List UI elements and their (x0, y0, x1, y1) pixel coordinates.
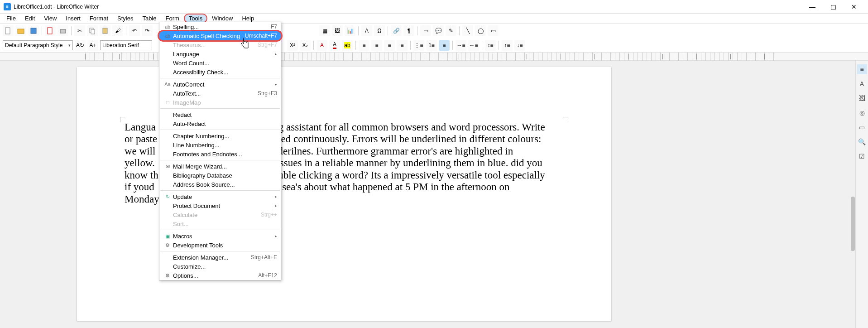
menu-item-redact[interactable]: Redact (159, 110, 281, 119)
save-button[interactable] (28, 25, 39, 36)
menu-item-protect[interactable]: Protect Document▸ (159, 201, 281, 210)
track-changes-button[interactable]: ✎ (446, 25, 456, 36)
menu-item-autocorrect[interactable]: AaAutoCorrect▸ (159, 80, 281, 89)
menu-item-auto-spell-check[interactable]: abAutomatic Spell CheckingUmschalt+F7 (159, 31, 281, 40)
menu-item-extension-manager[interactable]: Extension Manager...Strg+Alt+E (159, 253, 281, 262)
menu-item-autotext[interactable]: AutoText...Strg+F3 (159, 89, 281, 98)
line-button[interactable]: ╲ (462, 25, 473, 36)
sidebar-manage-button[interactable]: ☑ (857, 151, 867, 161)
font-color-button[interactable]: A (329, 40, 340, 51)
sidebar-navigator-button[interactable]: ◎ (857, 108, 867, 118)
comment-button[interactable]: 💬 (433, 25, 444, 36)
paragraph-style-value: Default Paragraph Style (5, 42, 62, 48)
copy-button[interactable] (87, 25, 98, 36)
increase-indent-button[interactable]: →≡ (456, 40, 466, 51)
close-button[interactable]: ✕ (844, 0, 864, 14)
superscript-button[interactable]: X² (287, 40, 298, 51)
horizontal-ruler[interactable] (0, 53, 868, 61)
sidebar-styles-button[interactable]: A (857, 79, 867, 89)
menu-item-auto-redact[interactable]: Auto-Redact (159, 119, 281, 128)
menu-item-footnotes[interactable]: Footnotes and Endnotes... (159, 150, 281, 159)
number-list-button[interactable]: 1≡ (426, 40, 437, 51)
clear-format-button[interactable]: A (317, 40, 327, 51)
menu-item-mail-merge[interactable]: ✉Mail Merge Wizard... (159, 162, 281, 171)
align-right-button[interactable]: ≡ (384, 40, 395, 51)
print-button[interactable] (58, 25, 68, 36)
menu-item-customize[interactable]: Customize... (159, 262, 281, 271)
menu-item-imagemap: □ImageMap (159, 98, 281, 107)
page-break-button[interactable]: A (361, 25, 372, 36)
sidebar-inspector-button[interactable]: 🔍 (857, 137, 867, 147)
image-button[interactable]: 🖼 (332, 25, 343, 36)
para-below-button[interactable]: ↓≡ (514, 40, 525, 51)
export-pdf-button[interactable] (45, 25, 56, 36)
align-left-button[interactable]: ≡ (359, 40, 369, 51)
dropdown-arrow-icon: ▾ (68, 43, 71, 48)
cut-button[interactable]: ✂ (74, 25, 85, 36)
sidebar-properties-button[interactable]: ≡ (857, 64, 867, 74)
sidebar-gallery-button[interactable]: 🖼 (857, 93, 867, 103)
special-char-button[interactable]: Ω (374, 25, 385, 36)
menu-item-bibliography[interactable]: Bibliography Database (159, 171, 281, 180)
svg-rect-2 (31, 28, 36, 34)
macros-icon: ▣ (163, 233, 172, 239)
svg-rect-3 (48, 28, 52, 34)
subscript-button[interactable]: X₂ (300, 40, 311, 51)
menu-insert[interactable]: Insert (61, 14, 85, 23)
menu-item-chapter-numbering[interactable]: Chapter Numbering... (159, 131, 281, 140)
font-name-select[interactable]: Liberation Serif (100, 40, 152, 50)
chart-button[interactable]: 📊 (345, 25, 355, 36)
new-style-button[interactable]: A+ (87, 40, 98, 51)
draw-functions-button[interactable]: ▭ (488, 25, 499, 36)
menu-item-update[interactable]: ↻Update▸ (159, 192, 281, 201)
menu-item-spelling[interactable]: abSpelling...F7 (159, 22, 281, 31)
svg-rect-0 (5, 28, 10, 34)
bullet-list-button[interactable]: ⋮≡ (413, 40, 424, 51)
para-above-button[interactable]: ↑≡ (502, 40, 513, 51)
decrease-indent-button[interactable]: ←≡ (468, 40, 479, 51)
vertical-scrollbar[interactable] (851, 61, 855, 328)
menu-file[interactable]: File (2, 14, 20, 23)
menu-item-dev-tools[interactable]: ⚙Development Tools (159, 241, 281, 250)
maximize-button[interactable]: ▢ (823, 0, 844, 14)
menu-styles[interactable]: Styles (113, 14, 138, 23)
page[interactable]: Langua ing assistant for all common brow… (77, 67, 611, 321)
menu-item-options[interactable]: ⚙Options...Alt+F12 (159, 271, 281, 280)
highlight-button[interactable]: ab (342, 40, 353, 51)
hyperlink-button[interactable]: 🔗 (391, 25, 402, 36)
line-spacing-button[interactable]: ↕≡ (485, 40, 496, 51)
shapes-button[interactable]: ◯ (475, 25, 486, 36)
clone-format-button[interactable]: 🖌 (112, 25, 123, 36)
sidebar-page-button[interactable]: ▭ (857, 122, 867, 132)
table-button[interactable]: ▦ (319, 25, 330, 36)
menu-format[interactable]: Format (85, 14, 113, 23)
header-button[interactable]: ▭ (420, 25, 431, 36)
outline-button[interactable]: ≡ (439, 40, 450, 51)
undo-button[interactable]: ↶ (129, 25, 140, 36)
open-button[interactable] (15, 25, 26, 36)
svg-rect-4 (60, 29, 66, 33)
update-style-button[interactable]: A↻ (75, 40, 86, 51)
menu-item-word-count[interactable]: Word Count... (159, 58, 281, 68)
paragraph-style-select[interactable]: Default Paragraph Style ▾ (3, 40, 73, 50)
menu-view[interactable]: View (39, 14, 61, 23)
menu-item-address-book[interactable]: Address Book Source... (159, 180, 281, 189)
crop-mark-icon (563, 117, 568, 122)
align-center-button[interactable]: ≡ (371, 40, 382, 51)
new-button[interactable] (3, 25, 14, 36)
menu-item-accessibility[interactable]: Accessibility Check... (159, 68, 281, 77)
footnote-button[interactable]: ¶ (403, 25, 414, 36)
menu-item-line-numbering[interactable]: Line Numbering... (159, 140, 281, 150)
menu-table[interactable]: Table (138, 14, 161, 23)
menu-item-language[interactable]: Language▸ (159, 49, 281, 58)
svg-rect-6 (91, 29, 95, 34)
minimize-button[interactable]: ― (802, 0, 823, 14)
menu-item-macros[interactable]: ▣Macros▸ (159, 232, 281, 241)
menu-edit[interactable]: Edit (20, 14, 39, 23)
tools-menu-popup: abSpelling...F7 abAutomatic Spell Checki… (159, 22, 281, 280)
scrollbar-thumb[interactable] (851, 197, 855, 251)
justify-button[interactable]: ≡ (397, 40, 408, 51)
redo-button[interactable]: ↷ (142, 25, 153, 36)
formatting-toolbar: Default Paragraph Style ▾ A↻ A+ Liberati… (0, 38, 868, 53)
paste-button[interactable] (100, 25, 110, 36)
